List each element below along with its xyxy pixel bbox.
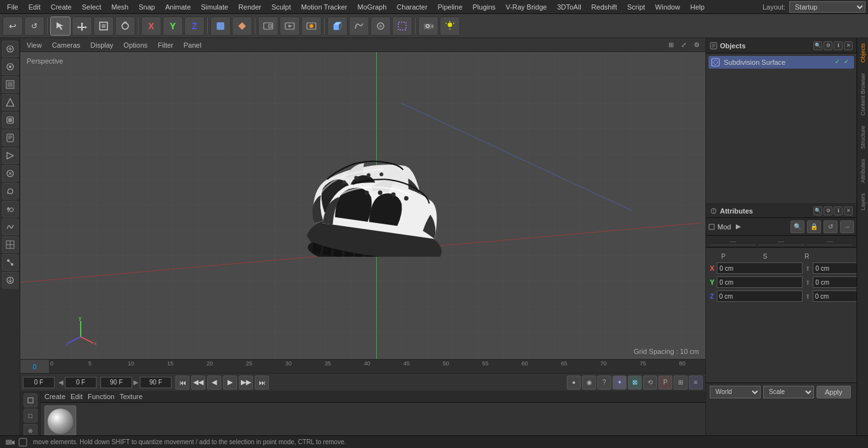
attr-next-btn[interactable]: →	[840, 221, 854, 233]
pos-y-input[interactable]	[717, 276, 803, 288]
attr-restore-btn[interactable]: ↺	[824, 221, 837, 233]
go-to-end-button[interactable]: ⏭	[255, 376, 269, 390]
apply-button[interactable]: Apply	[817, 386, 851, 398]
material-texture-menu[interactable]: Texture	[119, 393, 142, 400]
scale-dropdown[interactable]: Scale	[763, 386, 814, 398]
keyframe-rotate-button[interactable]: ⟲	[643, 376, 657, 390]
attr-search-toolbar-btn[interactable]: 🔍	[790, 221, 804, 233]
z-pos-stepper[interactable]: ⬆	[805, 293, 810, 300]
start-frame-input[interactable]	[65, 377, 97, 388]
left-tool-1[interactable]	[2, 41, 18, 57]
y-pos-stepper[interactable]: ⬆	[805, 279, 810, 286]
object-visibility-btn[interactable]: ✓	[835, 58, 843, 66]
menu-script[interactable]: Script	[623, 2, 649, 12]
left-tool-4[interactable]	[2, 94, 18, 111]
menu-select[interactable]: Select	[78, 2, 106, 12]
timeline-options-button[interactable]: ≡	[689, 376, 703, 390]
left-tool-10[interactable]	[2, 201, 18, 217]
viewport-menu-filter[interactable]: Filter	[155, 40, 175, 50]
vtab-layers[interactable]: Layers	[858, 188, 867, 215]
pos-x-input[interactable]	[717, 262, 803, 274]
attr-settings-btn[interactable]: ⚙	[824, 207, 832, 215]
objects-search-btn[interactable]: 🔍	[813, 41, 822, 50]
rotate-tool-button[interactable]	[115, 17, 135, 36]
menu-animate[interactable]: Animate	[161, 2, 195, 12]
viewport-3d[interactable]: Perspective	[20, 52, 705, 359]
menu-snap[interactable]: Snap	[134, 2, 159, 12]
menu-vray[interactable]: V-Ray Bridge	[501, 2, 552, 12]
y-axis-button[interactable]: Y	[163, 17, 183, 36]
menu-motion-tracker[interactable]: Motion Tracker	[297, 2, 352, 12]
end-frame-input-1[interactable]	[100, 377, 132, 388]
record-keyframe-button[interactable]: ◉	[582, 376, 596, 390]
left-tool-2[interactable]	[2, 58, 18, 75]
object-item-subdivision[interactable]: Subdivision Surface ✓ ✓	[709, 56, 854, 69]
current-frame-input[interactable]: 0 F	[23, 377, 55, 388]
bottom-tool-2[interactable]: ◻	[24, 409, 37, 423]
viewport-menu-view[interactable]: View	[24, 40, 44, 50]
viewport-lock-icon[interactable]: ⤢	[679, 40, 689, 50]
menu-pipeline[interactable]: Pipeline	[433, 2, 467, 12]
x-pos-stepper[interactable]: ⬆	[805, 265, 810, 272]
viewport-menu-panel[interactable]: Panel	[181, 40, 204, 50]
menu-redshift[interactable]: Redshift	[587, 2, 621, 12]
menu-character[interactable]: Character	[392, 2, 431, 12]
left-tool-12[interactable]	[2, 236, 18, 253]
nurbs-button[interactable]	[349, 17, 369, 36]
attr-lock-btn[interactable]: 🔒	[807, 221, 821, 233]
viewport-settings-icon[interactable]: ⚙	[691, 40, 702, 50]
undo-button[interactable]: ↩	[3, 17, 23, 36]
vtab-attributes[interactable]: Attributes	[858, 154, 867, 188]
vtab-content-browser[interactable]: Content Browser	[858, 68, 867, 121]
step-back-button[interactable]: ◀◀	[191, 376, 205, 390]
cube-button[interactable]	[327, 17, 348, 36]
timeline-ruler[interactable]: 0 5 10 15 20 25 30 35 40 45 50 55	[49, 360, 705, 373]
left-tool-3[interactable]	[2, 76, 18, 93]
camera-button[interactable]	[418, 17, 438, 36]
keyframe-scale-button[interactable]: ⊠	[628, 376, 642, 390]
material-edit-menu[interactable]: Edit	[71, 393, 83, 400]
keyframe-all-button[interactable]: P	[658, 376, 672, 390]
layout-select[interactable]: Startup	[789, 1, 865, 13]
pos-z-input[interactable]	[717, 290, 803, 302]
attr-info-btn[interactable]: ℹ	[834, 207, 843, 215]
play-forward-button[interactable]: ▶	[223, 376, 237, 390]
menu-create[interactable]: Create	[46, 2, 76, 12]
select-tool-button[interactable]	[50, 17, 71, 36]
menu-file[interactable]: File	[3, 2, 23, 12]
objects-settings-btn[interactable]: ⚙	[824, 41, 832, 50]
objects-close-btn[interactable]: ✕	[844, 41, 853, 50]
point-mode-button[interactable]	[232, 17, 252, 36]
coordinate-system-dropdown[interactable]: World	[710, 386, 761, 398]
end-frame-input-2[interactable]	[140, 377, 172, 388]
left-tool-5[interactable]	[2, 112, 18, 128]
move-tool-button[interactable]	[72, 17, 92, 36]
material-function-menu[interactable]: Function	[88, 393, 114, 400]
go-to-start-button[interactable]: ⏮	[175, 376, 189, 390]
menu-sculpt[interactable]: Sculpt	[267, 2, 295, 12]
render-button[interactable]	[280, 17, 300, 36]
left-tool-14[interactable]	[2, 272, 18, 288]
material-thumbnail[interactable]	[44, 405, 76, 437]
object-mode-button[interactable]	[210, 17, 231, 36]
record-button[interactable]: ●	[567, 376, 581, 390]
vtab-structure[interactable]: Structure	[858, 121, 867, 154]
attr-search-btn[interactable]: 🔍	[813, 207, 822, 215]
menu-help[interactable]: Help	[686, 2, 709, 12]
deformer-button[interactable]	[392, 17, 412, 36]
menu-render[interactable]: Render	[234, 2, 266, 12]
menu-mesh[interactable]: Mesh	[107, 2, 133, 12]
object-render-btn[interactable]: ✓	[844, 58, 851, 66]
left-tool-13[interactable]	[2, 254, 18, 271]
step-forward-button[interactable]: ▶▶	[239, 376, 253, 390]
material-create-menu[interactable]: Create	[44, 393, 65, 400]
menu-simulate[interactable]: Simulate	[196, 2, 233, 12]
viewport-expand-icon[interactable]: ⊞	[666, 40, 676, 50]
objects-info-btn[interactable]: ℹ	[834, 41, 843, 50]
help-button[interactable]: ?	[597, 376, 611, 390]
render-region-button[interactable]	[258, 17, 278, 36]
left-tool-9[interactable]	[2, 183, 18, 200]
viewport-menu-display[interactable]: Display	[88, 40, 116, 50]
left-tool-11[interactable]	[2, 219, 18, 235]
keyframe-move-button[interactable]: ✦	[613, 376, 627, 390]
